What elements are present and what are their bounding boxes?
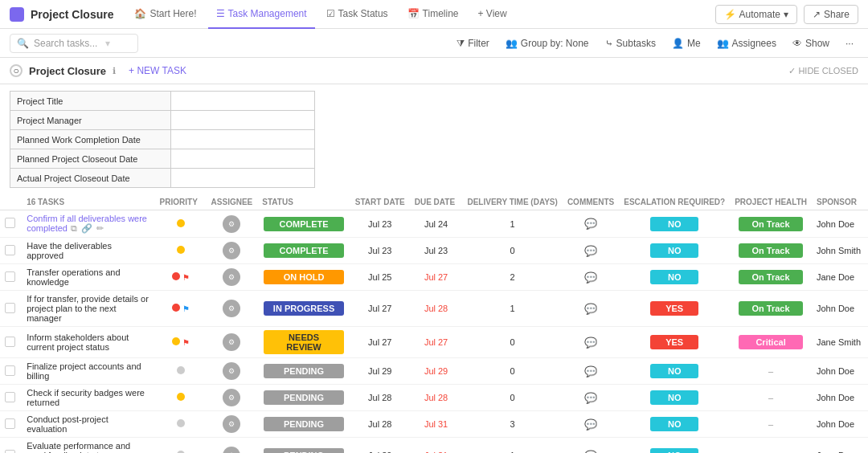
due-date: Jul 27	[424, 337, 448, 347]
tab-task-status[interactable]: ☑ Task Status	[318, 0, 396, 29]
escalation-cell: YES	[619, 327, 730, 358]
tab-timeline[interactable]: 📅 Timeline	[399, 0, 467, 29]
comment-icon[interactable]: 💬	[584, 365, 597, 378]
status-badge[interactable]: PENDING	[264, 364, 344, 378]
comments-cell[interactable]: 💬	[563, 238, 619, 264]
checkbox[interactable]	[5, 218, 15, 228]
status-cell[interactable]: PENDING	[257, 411, 350, 438]
sponsor-cell: John Doe	[812, 291, 868, 327]
tab-task-management[interactable]: ☰ Task Management	[208, 0, 315, 29]
row-checkbox[interactable]	[0, 210, 22, 238]
sponsor-name: John Doe	[817, 219, 854, 229]
checkbox[interactable]	[5, 337, 15, 347]
status-cell[interactable]: ON HOLD	[257, 264, 350, 291]
task-copy-icon[interactable]: ⧉	[71, 223, 77, 233]
comments-cell[interactable]: 💬	[563, 385, 619, 411]
comment-icon[interactable]: 💬	[584, 303, 597, 315]
status-cell[interactable]: COMPLETE	[257, 238, 350, 264]
task-link-icon[interactable]: 🔗	[81, 223, 92, 233]
checkbox[interactable]	[5, 418, 15, 429]
escalation-badge: NO	[650, 270, 698, 284]
row-checkbox[interactable]	[0, 264, 22, 291]
task-name: Have the deliverables approved	[27, 241, 112, 260]
share-button[interactable]: ↗ Share	[804, 5, 858, 24]
comment-icon[interactable]: 💬	[584, 218, 597, 230]
priority-flag-icon: ⚑	[182, 273, 190, 282]
status-badge[interactable]: ON HOLD	[264, 270, 344, 284]
task-edit-icon[interactable]: ✏	[96, 223, 104, 233]
me-button[interactable]: 👤 Me	[667, 36, 706, 51]
delivery-time-cell: 0	[462, 238, 562, 264]
avatar-icon: ⚙	[228, 220, 235, 228]
comments-cell[interactable]: 💬	[563, 210, 619, 238]
comment-icon[interactable]: 💬	[584, 245, 597, 257]
status-badge[interactable]: COMPLETE	[264, 243, 344, 258]
automate-button[interactable]: ⚡ Automate ▾	[715, 5, 797, 24]
status-badge[interactable]: PENDING	[264, 417, 344, 431]
comment-icon[interactable]: 💬	[584, 271, 597, 284]
row-checkbox[interactable]	[0, 327, 22, 358]
section-collapse-icon[interactable]: ○	[10, 64, 23, 77]
new-task-button[interactable]: + NEW TASK	[129, 65, 186, 76]
col-header-escalation: ESCALATION REQUIRED?	[619, 194, 730, 210]
status-cell[interactable]: COMPLETE	[257, 210, 350, 238]
status-badge[interactable]: COMPLETE	[264, 217, 344, 231]
status-badge[interactable]: PENDING	[264, 390, 344, 405]
assignees-button[interactable]: 👥 Assignees	[712, 36, 781, 51]
status-cell[interactable]: PENDING	[257, 385, 350, 411]
status-cell[interactable]: NEEDS REVIEW	[257, 327, 350, 358]
row-checkbox[interactable]	[0, 438, 22, 454]
section-info-icon[interactable]: ℹ	[113, 66, 116, 76]
tab-start-here[interactable]: 🏠 Start Here!	[126, 0, 204, 29]
info-value[interactable]	[171, 111, 315, 130]
row-checkbox[interactable]	[0, 238, 22, 264]
status-badge[interactable]: NEEDS REVIEW	[264, 330, 344, 354]
comment-icon[interactable]: 💬	[584, 450, 597, 454]
top-bar-actions: ⚡ Automate ▾ ↗ Share	[715, 5, 858, 24]
escalation-badge: NO	[650, 417, 698, 431]
checkbox[interactable]	[5, 392, 15, 402]
group-by-button[interactable]: 👥 Group by: None	[501, 36, 594, 51]
checkbox[interactable]	[5, 303, 15, 313]
priority-dot	[177, 219, 185, 227]
delivery-time: 0	[510, 337, 515, 347]
hide-closed-button[interactable]: ✓ HIDE CLOSED	[788, 66, 858, 76]
info-value[interactable]	[171, 149, 315, 169]
status-cell[interactable]: PENDING	[257, 358, 350, 385]
checkbox[interactable]	[5, 271, 15, 282]
info-value[interactable]	[171, 92, 315, 111]
status-cell[interactable]: PENDING	[257, 438, 350, 454]
search-input[interactable]: 🔍 Search tasks... ▾	[10, 34, 138, 53]
comments-cell[interactable]: 💬	[563, 438, 619, 454]
row-checkbox[interactable]	[0, 411, 22, 438]
info-value[interactable]	[171, 169, 315, 188]
comments-cell[interactable]: 💬	[563, 264, 619, 291]
comments-cell[interactable]: 💬	[563, 291, 619, 327]
filter-button[interactable]: ⧩ Filter	[452, 36, 494, 51]
task-name-cell: Conduct post-project evaluation	[22, 411, 154, 438]
status-badge[interactable]: IN PROGRESS	[264, 301, 344, 316]
checkbox[interactable]	[5, 450, 15, 454]
subtasks-button[interactable]: ⤷ Subtasks	[600, 36, 661, 51]
checkbox[interactable]	[5, 245, 15, 255]
show-button[interactable]: 👁 Show	[788, 36, 834, 51]
status-badge[interactable]: PENDING	[264, 448, 344, 453]
delivery-time-cell: 1	[462, 291, 562, 327]
row-checkbox[interactable]	[0, 358, 22, 385]
comment-icon[interactable]: 💬	[584, 337, 597, 349]
show-icon: 👁	[792, 38, 802, 49]
comments-cell[interactable]: 💬	[563, 411, 619, 438]
comments-cell[interactable]: 💬	[563, 327, 619, 358]
info-value[interactable]	[171, 130, 315, 149]
row-checkbox[interactable]	[0, 291, 22, 327]
tab-view-add[interactable]: + View	[470, 0, 515, 29]
comment-icon[interactable]: 💬	[584, 392, 597, 404]
checkbox[interactable]	[5, 365, 15, 376]
row-checkbox[interactable]	[0, 385, 22, 411]
status-cell[interactable]: IN PROGRESS	[257, 291, 350, 327]
more-options-button[interactable]: ···	[841, 36, 858, 51]
priority-dot	[172, 337, 180, 345]
due-date-cell: Jul 31	[410, 411, 463, 438]
comments-cell[interactable]: 💬	[563, 358, 619, 385]
comment-icon[interactable]: 💬	[584, 418, 597, 431]
